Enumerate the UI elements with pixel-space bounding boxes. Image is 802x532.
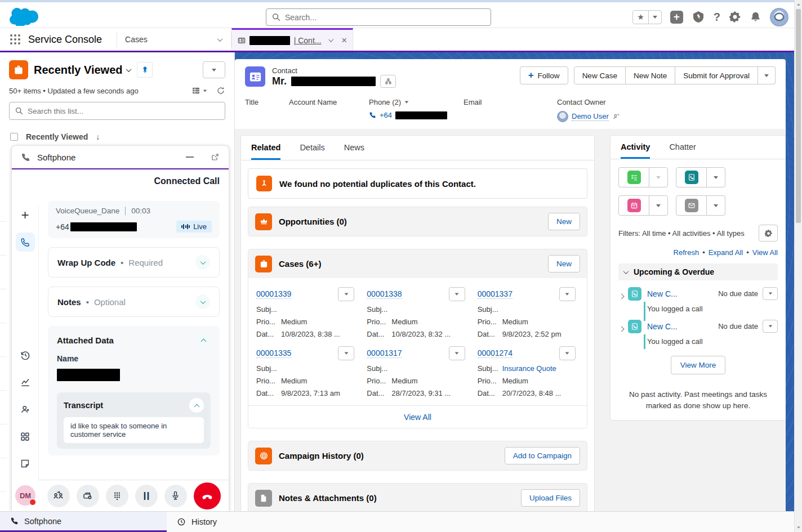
chevron-down-icon[interactable] (195, 294, 210, 309)
favorites-chevron-icon[interactable] (648, 11, 661, 24)
opportunities-title[interactable]: Opportunities (0) (279, 217, 347, 226)
scroll-down-icon[interactable] (796, 525, 801, 530)
tab-news[interactable]: News (344, 136, 364, 160)
chevron-up-icon[interactable] (196, 333, 211, 347)
view-all-link[interactable]: View All (752, 248, 778, 257)
nav-tab-cases-chevron[interactable] (208, 28, 231, 51)
email-button[interactable] (676, 195, 725, 216)
expand-chevron-icon[interactable] (620, 323, 623, 333)
case-number-link[interactable]: 00001274 (478, 348, 513, 358)
new-case-button[interactable]: New (548, 255, 580, 272)
change-owner-icon[interactable] (612, 113, 620, 120)
dialpad-icon[interactable] (106, 485, 128, 507)
utility-softphone-tab[interactable]: Softphone (0, 512, 167, 532)
view-more-button[interactable]: View More (671, 356, 726, 374)
notes-icon[interactable] (16, 454, 35, 473)
list-view-title[interactable]: Recently Viewed (34, 64, 131, 77)
case-actions-button[interactable] (338, 287, 354, 301)
new-task-button[interactable] (618, 167, 668, 187)
nav-subtab-contact[interactable]: | Cont... × (231, 28, 353, 51)
case-actions-button[interactable] (559, 287, 576, 301)
list-search-input[interactable] (28, 107, 219, 115)
apps-icon[interactable] (16, 427, 35, 446)
mute-mic-icon[interactable] (164, 485, 187, 507)
case-actions-button[interactable] (559, 346, 576, 360)
utility-history-tab[interactable]: History (167, 512, 227, 532)
tab-related[interactable]: Related (251, 136, 280, 160)
owner-link[interactable]: Demo User (572, 112, 609, 121)
chevron-up-icon[interactable] (189, 398, 204, 413)
activity-subject-link[interactable]: New C... (647, 322, 678, 331)
scroll-up-icon[interactable] (796, 2, 801, 7)
refresh-icon[interactable] (216, 86, 225, 95)
cases-title[interactable]: Cases (6+) (279, 259, 321, 269)
end-call-button[interactable] (194, 482, 221, 509)
new-case-button[interactable]: New Case (574, 66, 626, 84)
favorites-star-icon[interactable]: ★ (633, 11, 648, 24)
chevron-down-icon[interactable] (195, 255, 210, 270)
active-call-icon[interactable] (16, 233, 35, 252)
scrollbar-thumb[interactable] (796, 9, 801, 223)
pin-icon[interactable] (136, 61, 153, 78)
transfer-call-icon[interactable] (47, 485, 70, 507)
activity-subject-link[interactable]: New C... (647, 289, 678, 298)
add-call-icon[interactable]: + (16, 205, 35, 225)
tab-activity[interactable]: Activity (621, 136, 650, 159)
case-number-link[interactable]: 00001317 (367, 348, 402, 358)
task-dropdown-icon[interactable] (649, 168, 667, 187)
activity-filters-gear-icon[interactable] (759, 225, 778, 242)
case-number-link[interactable]: 00001337 (478, 289, 513, 299)
subtab-chevron-icon[interactable] (329, 37, 334, 42)
new-note-button[interactable]: New Note (626, 66, 675, 84)
hierarchy-icon[interactable] (380, 75, 396, 88)
event-dropdown-icon[interactable] (649, 196, 667, 215)
help-icon[interactable]: ? (714, 11, 720, 24)
expand-all-link[interactable]: Expand All (709, 248, 743, 257)
case-number-link[interactable]: 00001335 (256, 348, 291, 358)
select-all-checkbox[interactable] (10, 133, 18, 141)
phone-dropdown-icon[interactable] (405, 101, 409, 103)
notes-section[interactable]: Notes • Optional (48, 287, 220, 317)
agents-icon[interactable] (16, 400, 35, 419)
submit-for-approval-button[interactable]: Submit for Approval (675, 66, 758, 84)
hold-icon[interactable] (135, 485, 158, 507)
guidance-center-icon[interactable] (692, 10, 705, 24)
expand-chevron-icon[interactable] (620, 290, 623, 301)
new-event-button[interactable] (618, 195, 668, 216)
call-history-icon[interactable] (16, 346, 35, 365)
minimize-icon[interactable] (186, 157, 194, 158)
analytics-icon[interactable] (16, 373, 35, 392)
page-scrollbar[interactable] (794, 0, 802, 532)
more-actions-button[interactable] (758, 66, 776, 84)
notes-attachments-title[interactable]: Notes & Attachments (0) (279, 493, 377, 503)
wrapup-section[interactable]: Wrap Up Code • Required (48, 247, 220, 278)
add-to-campaign-button[interactable]: Add to Campaign (505, 447, 580, 464)
agent-avatar[interactable]: DM (15, 485, 35, 506)
cases-view-all-link[interactable]: View All (248, 405, 587, 428)
global-search[interactable] (266, 8, 491, 26)
notifications-bell-icon[interactable] (750, 11, 761, 23)
phone-value[interactable]: +64 (380, 111, 392, 119)
refresh-link[interactable]: Refresh (674, 248, 699, 257)
display-as-button[interactable] (191, 86, 207, 95)
nav-tab-cases[interactable]: Cases (117, 28, 208, 51)
global-create-button[interactable]: + (670, 11, 683, 24)
global-search-input[interactable] (285, 13, 485, 22)
list-search[interactable] (9, 102, 225, 120)
subtab-close-icon[interactable]: × (341, 35, 347, 46)
call-dropdown-icon[interactable] (706, 168, 725, 187)
case-actions-button[interactable] (338, 346, 354, 360)
case-number-link[interactable]: 00001339 (256, 289, 291, 299)
case-number-link[interactable]: 00001338 (367, 289, 402, 299)
column-header[interactable]: Recently Viewed (26, 132, 88, 141)
activity-actions-button[interactable] (763, 287, 778, 300)
list-view-actions-button[interactable] (203, 61, 225, 78)
case-subject-link[interactable]: Insurance Quote (502, 364, 556, 373)
case-actions-button[interactable] (449, 287, 465, 301)
email-dropdown-icon[interactable] (706, 196, 725, 215)
activity-actions-button[interactable] (763, 320, 778, 333)
case-actions-button[interactable] (449, 346, 465, 360)
log-a-call-button[interactable] (676, 167, 725, 187)
tab-details[interactable]: Details (300, 136, 324, 160)
user-avatar[interactable] (770, 8, 788, 26)
